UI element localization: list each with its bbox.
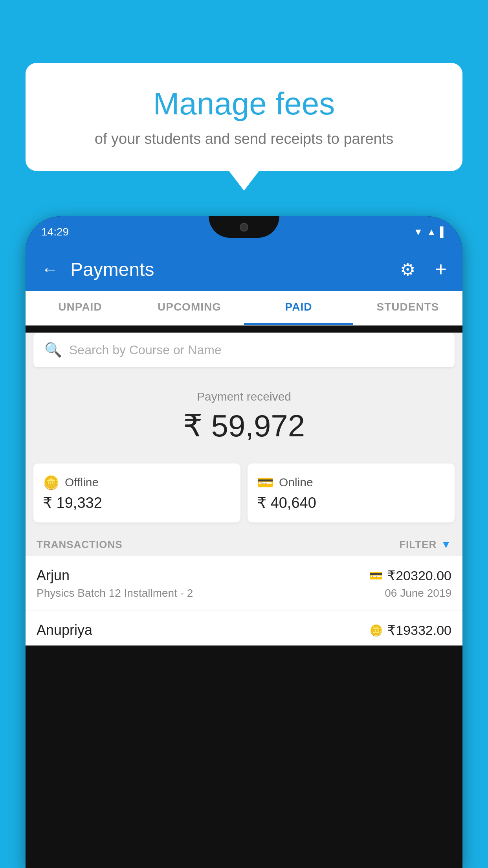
transaction-amount-row: 🪙 ₹19332.00 [369,622,451,638]
back-button[interactable]: ← [41,259,59,279]
filter-icon: ▼ [440,538,451,551]
phone-notch [209,216,279,238]
search-input[interactable]: Search by Course or Name [69,343,222,357]
transaction-top: Arjun 💳 ₹20320.00 [37,567,451,584]
online-card: 💳 Online ₹ 40,640 [248,463,455,522]
status-time: 14:29 [41,226,69,238]
tab-unpaid[interactable]: UNPAID [26,291,135,325]
online-icon: 💳 [257,474,273,490]
content-area: 🔍 Search by Course or Name Payment recei… [26,333,462,645]
tabs-bar: UNPAID UPCOMING PAID STUDENTS [26,291,462,326]
wifi-icon: ▼ [413,226,423,237]
offline-amount: ₹ 19,332 [43,494,231,511]
online-card-header: 💳 Online [257,474,445,490]
filter-section[interactable]: FILTER ▼ [399,538,451,551]
offline-label: Offline [65,476,99,489]
app-header: ← Payments ⚙ + [26,248,462,291]
tab-students[interactable]: STUDENTS [353,291,462,325]
online-label: Online [279,476,313,489]
transaction-top-partial: Anupriya 🪙 ₹19332.00 [37,622,451,638]
transaction-type-icon: 💳 [369,569,383,582]
payment-cards-row: 🪙 Offline ₹ 19,332 💳 Online ₹ 40,640 [26,456,462,530]
tab-paid[interactable]: PAID [244,291,353,325]
battery-icon: ▌ [440,226,447,237]
transaction-row[interactable]: Arjun 💳 ₹20320.00 Physics Batch 12 Insta… [26,556,462,611]
phone-frame: 14:29 ▼ ▲ ▌ ← Payments ⚙ + UNPAID UPCOMI… [26,216,462,868]
transaction-row[interactable]: Anupriya 🪙 ₹19332.00 [26,611,462,645]
page-title: Payments [70,259,388,280]
status-bar: 14:29 ▼ ▲ ▌ [26,216,462,248]
speech-bubble: Manage fees of your students and send re… [26,63,462,171]
filter-label: FILTER [399,539,437,551]
transaction-bottom: Physics Batch 12 Installment - 2 06 June… [37,587,451,600]
tab-upcoming[interactable]: UPCOMING [135,291,244,325]
search-bar[interactable]: 🔍 Search by Course or Name [33,333,455,367]
offline-icon: 🪙 [43,474,59,490]
payment-received-section: Payment received ₹ 59,972 [26,374,462,456]
offline-card: 🪙 Offline ₹ 19,332 [33,463,240,522]
transaction-type-icon: 🪙 [369,624,383,637]
bubble-subtitle: of your students and send receipts to pa… [45,131,443,147]
payment-received-label: Payment received [26,390,462,403]
bubble-title: Manage fees [45,86,443,121]
payment-received-amount: ₹ 59,972 [26,408,462,444]
transaction-name: Anupriya [37,622,92,638]
settings-button[interactable]: ⚙ [400,259,415,280]
signal-icon: ▲ [427,226,436,237]
camera [240,223,248,232]
transactions-header: TRANSACTIONS FILTER ▼ [26,530,462,556]
offline-card-header: 🪙 Offline [43,474,231,490]
search-icon: 🔍 [44,342,62,358]
transaction-name: Arjun [37,567,70,584]
transaction-course: Physics Batch 12 Installment - 2 [37,587,193,600]
add-button[interactable]: + [435,257,447,281]
transactions-label: TRANSACTIONS [37,539,123,551]
transaction-amount: ₹19332.00 [387,622,451,638]
transaction-amount: ₹20320.00 [387,568,451,583]
status-icons: ▼ ▲ ▌ [413,226,447,237]
transaction-amount-row: 💳 ₹20320.00 [369,568,451,583]
online-amount: ₹ 40,640 [257,494,445,511]
transaction-date: 06 June 2019 [385,587,451,600]
